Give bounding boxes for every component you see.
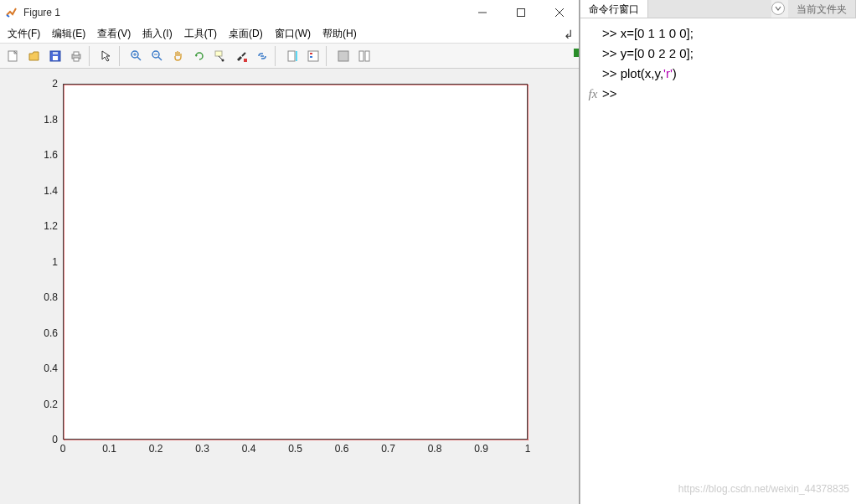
edit-arrow-button[interactable] [96, 46, 116, 66]
svg-rect-18 [215, 51, 222, 56]
svg-rect-1 [518, 9, 525, 17]
svg-rect-26 [308, 51, 318, 61]
svg-line-21 [242, 53, 245, 56]
zoom-out-button[interactable] [147, 46, 168, 66]
ytick-label: 2 [33, 78, 58, 90]
svg-rect-24 [288, 51, 295, 61]
svg-rect-28 [310, 56, 312, 58]
xtick-label: 0.2 [149, 443, 163, 455]
svg-rect-7 [53, 52, 58, 54]
xtick-label: 0.7 [381, 443, 395, 455]
brush-button[interactable] [231, 46, 251, 66]
panel-tabs: 命令行窗口 当前文件夹 [580, 0, 856, 18]
figure-window: Figure 1 文件(F) 编辑(E) 查看(V) 插入(I) 工具(T) 桌… [0, 0, 580, 504]
command-window[interactable]: >> x=[0 1 1 0 0];>> y=[0 0 2 2 0];>> plo… [580, 18, 856, 504]
close-button[interactable] [540, 0, 579, 25]
command-line: >> plot(x,y,'r') [584, 64, 851, 84]
command-line: >> y=[0 0 2 2 0]; [584, 44, 851, 64]
ytick-label: 0.2 [33, 399, 58, 410]
menu-window[interactable]: 窗口(W) [269, 25, 317, 43]
xtick-label: 1 [525, 443, 531, 455]
ide-right-pane: 命令行窗口 当前文件夹 >> x=[0 1 1 0 0];>> y=[0 0 2… [580, 0, 856, 504]
figure-menubar: 文件(F) 编辑(E) 查看(V) 插入(I) 工具(T) 桌面(D) 窗口(W… [0, 25, 579, 44]
maximize-button[interactable] [502, 0, 540, 25]
xtick-label: 0.3 [195, 443, 209, 455]
command-line: fx>> [584, 84, 851, 104]
svg-rect-30 [359, 51, 364, 61]
zoom-in-button[interactable] [126, 46, 147, 66]
xtick-label: 0 [60, 443, 66, 455]
ytick-label: 1.4 [33, 185, 58, 197]
figure-titlebar[interactable]: Figure 1 [0, 0, 579, 25]
ytick-label: 1.8 [33, 114, 58, 126]
menu-help[interactable]: 帮助(H) [317, 25, 363, 43]
dock-arrow-icon[interactable]: ↲ [564, 28, 574, 41]
hide-tools-button[interactable] [333, 46, 353, 66]
line-plot [64, 85, 529, 440]
svg-rect-9 [74, 52, 79, 55]
figure-title: Figure 1 [23, 7, 463, 18]
save-button[interactable] [45, 46, 65, 66]
menu-insert[interactable]: 插入(I) [137, 25, 178, 43]
ytick-label: 0 [33, 434, 58, 445]
run-marker-icon [574, 49, 579, 57]
axes-container: 00.10.20.30.40.50.60.70.80.91 00.20.40.6… [0, 69, 579, 504]
minimize-button[interactable] [463, 0, 502, 25]
svg-rect-27 [310, 53, 312, 54]
new-figure-button[interactable] [3, 46, 23, 66]
link-button[interactable] [252, 46, 272, 66]
menu-tools[interactable]: 工具(T) [178, 25, 223, 43]
xtick-label: 0.6 [335, 443, 349, 455]
svg-rect-31 [365, 51, 369, 61]
menu-desktop[interactable]: 桌面(D) [223, 25, 269, 43]
svg-rect-6 [53, 56, 58, 60]
watermark-text: https://blog.csdn.net/weixin_44378835 [678, 479, 849, 499]
pan-button[interactable] [168, 46, 188, 66]
svg-line-16 [158, 57, 162, 60]
svg-point-20 [222, 59, 224, 61]
tab-command-window[interactable]: 命令行窗口 [580, 0, 648, 18]
svg-rect-29 [338, 51, 348, 61]
figure-toolbar [0, 44, 579, 69]
tab-current-folder[interactable]: 当前文件夹 [788, 0, 856, 18]
svg-line-12 [137, 57, 141, 60]
matlab-icon [5, 6, 18, 19]
tile-button[interactable] [354, 46, 374, 66]
ytick-label: 1.2 [33, 220, 58, 232]
datacursor-button[interactable] [210, 46, 230, 66]
svg-rect-22 [244, 59, 247, 62]
ytick-label: 1 [33, 256, 58, 268]
ytick-label: 0.8 [33, 291, 58, 303]
xtick-label: 0.4 [242, 443, 256, 455]
menu-file[interactable]: 文件(F) [2, 25, 46, 43]
xtick-label: 0.8 [428, 443, 442, 455]
insert-legend-button[interactable] [303, 46, 323, 66]
print-button[interactable] [66, 46, 86, 66]
fx-icon[interactable]: fx [584, 84, 602, 104]
svg-rect-10 [74, 58, 79, 61]
ytick-label: 0.4 [33, 363, 58, 374]
ytick-label: 0.6 [33, 327, 58, 339]
svg-rect-25 [296, 51, 297, 61]
insert-colorbar-button[interactable] [282, 46, 302, 66]
ytick-label: 1.6 [33, 149, 58, 161]
menu-view[interactable]: 查看(V) [91, 25, 137, 43]
xtick-label: 0.9 [474, 443, 488, 455]
open-button[interactable] [24, 46, 44, 66]
command-line: >> x=[0 1 1 0 0]; [584, 23, 851, 44]
rotate-button[interactable] [189, 46, 209, 66]
xtick-label: 0.5 [288, 443, 302, 455]
xtick-label: 0.1 [102, 443, 116, 455]
menu-edit[interactable]: 编辑(E) [46, 25, 91, 43]
svg-line-19 [219, 56, 222, 59]
panel-menu-button[interactable] [771, 2, 785, 15]
axes[interactable] [63, 84, 528, 440]
